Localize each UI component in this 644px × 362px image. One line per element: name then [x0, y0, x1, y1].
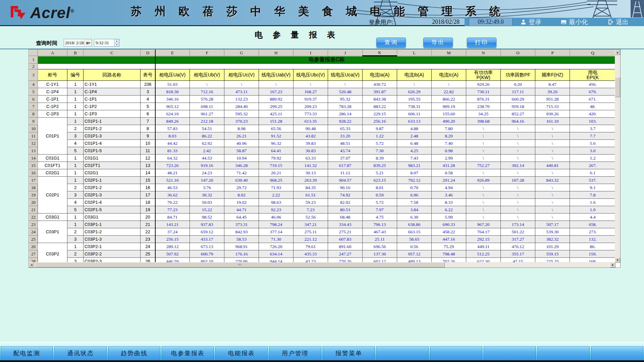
energy-cell[interactable]: 273. — [570, 228, 616, 236]
row-number[interactable]: 2 — [29, 64, 38, 69]
row-number[interactable]: 16 — [29, 169, 38, 177]
value-cell[interactable]: \ — [501, 199, 535, 206]
value-cell[interactable]: 576.28 — [190, 96, 224, 103]
row-number[interactable]: 3 — [29, 69, 38, 81]
row-number[interactable]: 26 — [29, 243, 38, 250]
value-cell[interactable]: 9.87 — [363, 125, 397, 132]
value-cell[interactable]: \ — [535, 147, 570, 155]
value-cell[interactable]: 74.92 — [328, 191, 363, 199]
nav-tab-趋势曲线[interactable]: 趋势曲线 — [108, 346, 160, 360]
value-cell[interactable]: 26.21 — [224, 132, 259, 140]
serial-cell[interactable]: 5 — [67, 147, 84, 155]
value-cell[interactable]: 431.28 — [432, 162, 466, 169]
query-button[interactable]: 查询 — [376, 38, 406, 48]
value-cell[interactable]: \ — [501, 147, 535, 155]
value-cell[interactable]: 0.98 — [432, 147, 466, 155]
value-cell[interactable]: 600.79 — [190, 250, 224, 258]
value-cell[interactable]: 79.61 — [293, 243, 328, 250]
value-cell[interactable]: 58.65 — [397, 236, 432, 243]
meter-no-cell[interactable]: 9 — [141, 132, 155, 140]
value-cell[interactable]: 818.30 — [155, 88, 190, 96]
column-header-6[interactable]: 相电压Uc(V) — [224, 69, 259, 81]
value-cell[interactable]: 30.83 — [293, 147, 328, 155]
value-cell[interactable]: 559.15 — [535, 250, 570, 258]
value-cell[interactable]: \ — [466, 155, 501, 162]
value-cell[interactable]: \ — [224, 81, 259, 88]
value-cell[interactable]: 317.27 — [501, 236, 535, 243]
value-cell[interactable]: 7.97 — [363, 206, 397, 214]
row-number[interactable]: 23 — [29, 221, 38, 228]
value-cell[interactable]: 8.03 — [155, 132, 190, 140]
column-letter-J[interactable]: J — [328, 50, 363, 56]
value-cell[interactable]: 48.51 — [328, 140, 363, 147]
cabinet-cell[interactable]: C02G1 — [38, 169, 67, 177]
value-cell[interactable]: \ — [259, 81, 293, 88]
serial-cell[interactable]: 1 — [67, 169, 84, 177]
value-cell[interactable]: 377.14 — [259, 228, 293, 236]
value-cell[interactable]: 275.21 — [328, 228, 363, 236]
circuit-name-cell[interactable]: C-1Y1 — [84, 81, 141, 88]
value-cell[interactable]: 839.25 — [363, 162, 397, 169]
energy-cell[interactable]: 4.4 — [570, 214, 616, 221]
meter-no-cell[interactable]: 13 — [141, 162, 155, 169]
minimize-button[interactable]: 最小化 — [561, 18, 588, 26]
value-cell[interactable]: 726.20 — [259, 243, 293, 250]
row-number[interactable]: 11 — [29, 132, 38, 140]
export-button[interactable]: 导出 — [423, 38, 453, 48]
value-cell[interactable]: 132.23 — [224, 96, 259, 103]
energy-cell[interactable]: 537. — [570, 177, 616, 184]
cabinet-cell[interactable]: C-1P2 — [38, 103, 67, 110]
value-cell[interactable]: 889.92 — [259, 96, 293, 103]
cabinet-cell[interactable]: C01FT1 — [38, 162, 67, 169]
meter-no-cell[interactable]: 16 — [141, 184, 155, 191]
value-cell[interactable]: 24.23 — [190, 169, 224, 177]
value-cell[interactable]: 8.98 — [224, 125, 259, 132]
value-cell[interactable]: \ — [535, 132, 570, 140]
value-cell[interactable]: \ — [466, 169, 501, 177]
energy-cell[interactable]: 103. — [570, 118, 616, 125]
value-cell[interactable]: 36.62 — [155, 191, 190, 199]
value-cell[interactable]: 6.48 — [397, 140, 432, 147]
meter-no-cell[interactable]: 6 — [141, 110, 155, 118]
value-cell[interactable]: 738.31 — [397, 103, 432, 110]
value-cell[interactable]: 3.84 — [397, 206, 432, 214]
value-cell[interactable]: 3.46 — [432, 191, 466, 199]
value-cell[interactable]: 507.92 — [155, 250, 190, 258]
value-cell[interactable]: 176.16 — [224, 250, 259, 258]
column-header-5[interactable]: 相电压Ub(V) — [190, 69, 224, 81]
value-cell[interactable]: 7.43 — [397, 155, 432, 162]
login-button[interactable]: 登录 — [521, 18, 541, 26]
value-cell[interactable]: 690.33 — [432, 221, 466, 228]
value-cell[interactable]: 843.32 — [535, 177, 570, 184]
value-cell[interactable]: 712.16 — [190, 88, 224, 96]
value-cell[interactable]: \ — [535, 214, 570, 221]
value-cell[interactable]: 458.22 — [432, 228, 466, 236]
value-cell[interactable]: 660.29 — [501, 96, 535, 103]
value-cell[interactable]: 5.72 — [363, 199, 397, 206]
value-cell[interactable]: 440.81 — [535, 162, 570, 169]
value-cell[interactable]: \ — [466, 132, 501, 140]
meter-no-cell[interactable]: 17 — [141, 191, 155, 199]
row-number[interactable]: 10 — [29, 125, 38, 132]
circuit-name-cell[interactable]: C01P1-4 — [84, 140, 141, 147]
value-cell[interactable]: \ — [293, 81, 328, 88]
value-cell[interactable]: 90.48 — [293, 125, 328, 132]
row-number[interactable]: 4 — [29, 81, 38, 88]
cabinet-cell[interactable]: C01G1 — [38, 155, 67, 162]
circuit-name-cell[interactable]: C-1P3 — [84, 110, 141, 118]
value-cell[interactable]: 151.28 — [259, 118, 293, 125]
value-cell[interactable]: 263.39 — [293, 177, 328, 184]
value-cell[interactable]: 75.29 — [432, 243, 466, 250]
value-cell[interactable]: 11.12 — [328, 169, 363, 177]
value-cell[interactable]: 98.52 — [190, 214, 224, 221]
value-cell[interactable]: 507.17 — [535, 221, 570, 228]
cabinet-cell[interactable]: C03P2 — [38, 243, 67, 263]
meter-no-cell[interactable]: 20 — [141, 214, 155, 221]
value-cell[interactable]: 490.20 — [432, 118, 466, 125]
circuit-name-cell[interactable]: C02P1-5 — [84, 206, 141, 214]
value-cell[interactable]: 195.55 — [397, 96, 432, 103]
column-header-2[interactable]: 回路名称 — [84, 69, 141, 81]
value-cell[interactable]: 876.31 — [466, 96, 501, 103]
value-cell[interactable]: 101.29 — [535, 243, 570, 250]
value-cell[interactable]: 957.12 — [397, 250, 432, 258]
